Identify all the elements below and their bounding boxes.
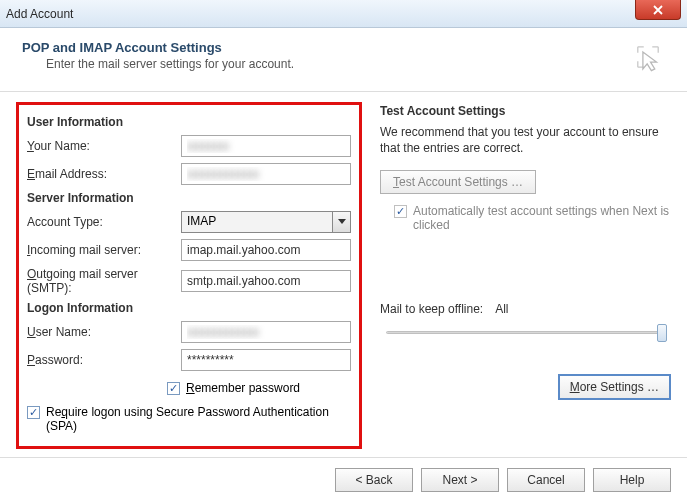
- incoming-row: Incoming mail server:: [27, 239, 351, 261]
- spa-checkbox[interactable]: [27, 406, 40, 419]
- email-input[interactable]: [181, 163, 351, 185]
- your-name-row: Your Name:: [27, 135, 351, 157]
- test-account-button[interactable]: Test Account Settings …: [380, 170, 536, 194]
- window-title: Add Account: [6, 7, 73, 21]
- page-header: POP and IMAP Account Settings Enter the …: [0, 28, 687, 92]
- cancel-button[interactable]: Cancel: [507, 468, 585, 492]
- mail-keep-value: All: [495, 302, 508, 316]
- your-name-label: Your Name:: [27, 139, 181, 153]
- server-info-heading: Server Information: [27, 191, 351, 205]
- remember-checkbox[interactable]: [167, 382, 180, 395]
- next-button[interactable]: Next >: [421, 468, 499, 492]
- outgoing-input[interactable]: [181, 270, 351, 292]
- back-button[interactable]: < Back: [335, 468, 413, 492]
- outgoing-label: Outgoing mail server (SMTP):: [27, 267, 181, 295]
- titlebar: Add Account: [0, 0, 687, 28]
- close-button[interactable]: [635, 0, 681, 20]
- logon-info-heading: Logon Information: [27, 301, 351, 315]
- password-row: Password:: [27, 349, 351, 371]
- close-icon: [653, 5, 663, 15]
- spa-label: Require logon using Secure Password Auth…: [46, 405, 351, 433]
- email-row: Email Address:: [27, 163, 351, 185]
- username-input[interactable]: [181, 321, 351, 343]
- add-account-window: Add Account POP and IMAP Account Setting…: [0, 0, 687, 502]
- more-settings-button[interactable]: More Settings …: [558, 374, 671, 400]
- left-column: User Information Your Name: Email Addres…: [16, 102, 362, 449]
- cursor-icon: [631, 40, 665, 77]
- outgoing-row: Outgoing mail server (SMTP):: [27, 267, 351, 295]
- username-label: User Name:: [27, 325, 181, 339]
- mail-keep-row: Mail to keep offline: All: [380, 302, 671, 316]
- chevron-down-icon: [338, 219, 346, 225]
- auto-test-checkbox[interactable]: [394, 205, 407, 218]
- incoming-input[interactable]: [181, 239, 351, 261]
- help-button[interactable]: Help: [593, 468, 671, 492]
- spa-row: Require logon using Secure Password Auth…: [27, 405, 351, 433]
- password-label: Password:: [27, 353, 181, 367]
- password-input[interactable]: [181, 349, 351, 371]
- header-title: POP and IMAP Account Settings: [22, 40, 294, 55]
- slider-track: [386, 331, 665, 334]
- username-row: User Name:: [27, 321, 351, 343]
- remember-label: Remember password: [186, 381, 300, 395]
- auto-test-label: Automatically test account settings when…: [413, 204, 671, 232]
- user-info-heading: User Information: [27, 115, 351, 129]
- account-type-value: IMAP: [182, 212, 332, 232]
- test-desc: We recommend that you test your account …: [380, 124, 671, 156]
- auto-test-row: Automatically test account settings when…: [380, 204, 671, 232]
- account-type-label: Account Type:: [27, 215, 181, 229]
- combo-dropdown-button[interactable]: [332, 212, 350, 232]
- slider-thumb[interactable]: [657, 324, 667, 342]
- remember-row: Remember password: [27, 377, 351, 399]
- test-heading: Test Account Settings: [380, 104, 671, 118]
- mail-keep-label: Mail to keep offline:: [380, 302, 483, 316]
- dialog-body: User Information Your Name: Email Addres…: [0, 92, 687, 457]
- account-type-row: Account Type: IMAP: [27, 211, 351, 233]
- mail-keep-slider[interactable]: [380, 322, 671, 344]
- header-subtitle: Enter the mail server settings for your …: [22, 57, 294, 71]
- dialog-footer: < Back Next > Cancel Help: [0, 457, 687, 502]
- incoming-label: Incoming mail server:: [27, 243, 181, 257]
- email-label: Email Address:: [27, 167, 181, 181]
- your-name-input[interactable]: [181, 135, 351, 157]
- right-column: Test Account Settings We recommend that …: [380, 102, 671, 449]
- account-type-combo[interactable]: IMAP: [181, 211, 351, 233]
